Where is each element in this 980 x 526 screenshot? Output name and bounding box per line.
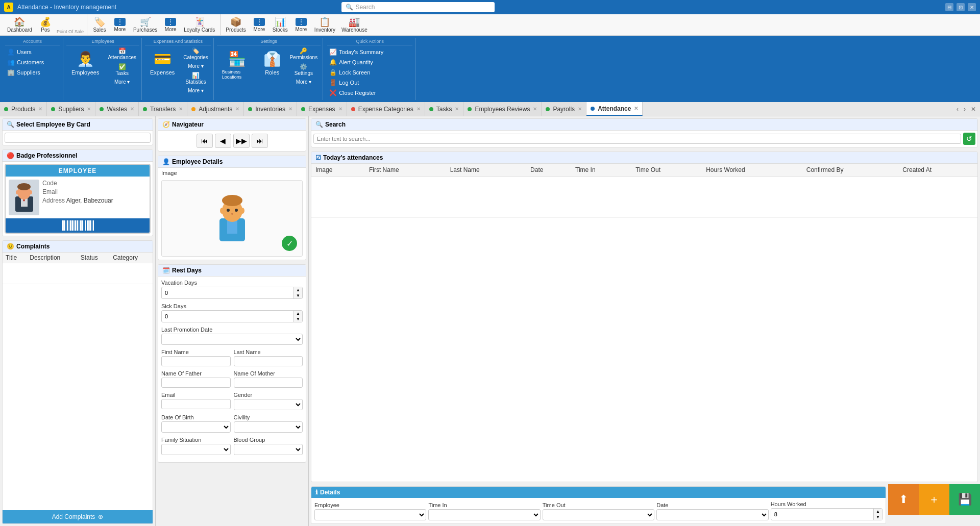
close-tab-payrolls[interactable]: ✕ [578, 106, 582, 112]
toolbar-more-2[interactable]: ⋮ More [160, 17, 181, 33]
first-name-input[interactable] [161, 356, 231, 366]
tabs-close-all[interactable]: ✕ [969, 105, 978, 114]
nav-users[interactable]: 👤 Users [5, 47, 60, 57]
nav-attendances[interactable]: 📅 Attendances [105, 46, 139, 61]
nav-business-locations[interactable]: 🏪 Business Locations [217, 46, 258, 84]
hours-worked-input[interactable] [771, 510, 873, 519]
toolbar-dashboard[interactable]: 🏠 Dashboard [4, 16, 35, 34]
nav-todays-summary[interactable]: 📈 Today's Summary [327, 47, 412, 57]
mother-name-input[interactable] [234, 378, 303, 388]
sick-days-up[interactable]: ▲ [294, 311, 302, 316]
sick-days-input[interactable] [162, 312, 293, 321]
nav-expenses-big[interactable]: 💳 Expenses [145, 46, 180, 80]
nav-employees-more[interactable]: More ▾ [105, 78, 139, 86]
vacation-days-input[interactable] [162, 288, 293, 297]
blood-group-select[interactable] [234, 444, 303, 455]
sick-days-down[interactable]: ▼ [294, 316, 302, 322]
toolbar-more-1[interactable]: ⋮ More [110, 17, 130, 33]
toolbar-inventory[interactable]: 📋 Inventory [311, 16, 338, 34]
last-name-input[interactable] [234, 356, 303, 366]
tab-attendance[interactable]: Attendance ✕ [586, 102, 643, 116]
nav-employees-big[interactable]: 👨‍💼 Employees [66, 46, 104, 80]
family-situation-select[interactable] [161, 444, 231, 455]
nav-roles[interactable]: 👔 Roles [258, 46, 286, 80]
tab-tasks[interactable]: Tasks ✕ [425, 102, 464, 116]
add-complaints-button[interactable]: Add Complaints ⊕ [3, 510, 153, 523]
nav-customers[interactable]: 👥 Customers [5, 58, 60, 67]
employee-card-search[interactable] [5, 133, 151, 143]
tab-payrolls[interactable]: Payrolls ✕ [542, 102, 586, 116]
nav-statistics[interactable]: 📊 Statistics [180, 71, 211, 86]
nav-next-btn[interactable]: ▶▶ [233, 134, 250, 148]
tab-transfers[interactable]: Transfers ✕ [139, 102, 187, 116]
tab-expenses[interactable]: Expenses ✕ [297, 102, 347, 116]
nav-categories[interactable]: 🏷️ Categories [180, 46, 211, 61]
details-employee-select[interactable] [314, 509, 426, 520]
close-tab-expenses[interactable]: ✕ [338, 106, 342, 112]
close-tab-inventories[interactable]: ✕ [288, 106, 292, 112]
nav-last-btn[interactable]: ⏭ [252, 134, 268, 148]
hours-down[interactable]: ▼ [874, 514, 882, 520]
toolbar-purchases[interactable]: 🛒 Purchases [130, 16, 160, 34]
nav-settings[interactable]: ⚙️ Settings [287, 62, 321, 77]
minimize-btn[interactable]: ⊟ [945, 3, 953, 11]
civility-select[interactable] [234, 421, 303, 433]
nav-settings-more[interactable]: More ▾ [287, 78, 321, 86]
close-btn[interactable]: ✕ [968, 3, 976, 11]
close-tab-employees-reviews[interactable]: ✕ [533, 106, 537, 112]
close-tab-tasks[interactable]: ✕ [455, 106, 459, 112]
close-tab-expense-categories[interactable]: ✕ [416, 106, 421, 112]
last-promotion-select[interactable] [161, 334, 303, 345]
nav-expenses-more[interactable]: More ▾ [180, 62, 211, 70]
action-btn-add[interactable]: ＋ [919, 484, 949, 515]
action-btn-upload[interactable]: ⬆ [888, 484, 919, 515]
vacation-days-down[interactable]: ▼ [294, 293, 302, 298]
nav-close-register[interactable]: ❌ Close Register [327, 88, 412, 97]
details-time-out-select[interactable] [543, 509, 654, 520]
toolbar-more-4[interactable]: ⋮ More [291, 17, 311, 33]
toolbar-more-3[interactable]: ⋮ More [249, 17, 270, 33]
tab-expense-categories[interactable]: Expense Categories ✕ [347, 102, 425, 116]
toolbar-sales[interactable]: 🏷️ Sales [89, 16, 110, 34]
tabs-prev[interactable]: ‹ [954, 105, 961, 114]
nav-alert-quantity[interactable]: 🔔 Alert Quantity [327, 58, 412, 67]
toolbar-pos[interactable]: 💰 Pos [35, 16, 56, 34]
details-time-in-select[interactable] [428, 509, 540, 520]
refresh-button[interactable]: ↺ [963, 133, 975, 145]
nav-prev-btn[interactable]: ◀ [215, 134, 231, 148]
close-tab-wastes[interactable]: ✕ [130, 106, 134, 112]
maximize-btn[interactable]: ⊡ [957, 3, 965, 11]
nav-permissions[interactable]: 🔑 Permissions [287, 46, 321, 61]
close-tab-adjustments[interactable]: ✕ [235, 106, 239, 112]
toolbar-warehouse[interactable]: 🏭 Warehouse [338, 16, 371, 34]
tab-products[interactable]: Products ✕ [0, 102, 47, 116]
nav-suppliers[interactable]: 🏢 Suppliers [5, 68, 60, 77]
toolbar-loyalty[interactable]: 🃏 Loyalty Cards [181, 16, 218, 34]
nav-first-btn[interactable]: ⏮ [197, 134, 213, 148]
tab-wastes[interactable]: Wastes ✕ [95, 102, 139, 116]
tab-inventories[interactable]: Inventories ✕ [244, 102, 297, 116]
dob-select[interactable] [161, 421, 231, 433]
tab-suppliers[interactable]: Suppliers ✕ [47, 102, 95, 116]
action-btn-save[interactable]: 💾 [949, 484, 980, 515]
details-date-select[interactable] [656, 509, 768, 520]
close-tab-products[interactable]: ✕ [38, 106, 42, 112]
nav-statistics-more[interactable]: More ▾ [180, 87, 211, 94]
nav-log-out[interactable]: 🚪 Log Out [327, 78, 412, 87]
vacation-days-up[interactable]: ▲ [294, 287, 302, 293]
tabs-next[interactable]: › [962, 105, 968, 114]
tab-adjustments[interactable]: Adjustments ✕ [187, 102, 244, 116]
toolbar-stocks[interactable]: 📊 Stocks [270, 16, 291, 34]
close-tab-suppliers[interactable]: ✕ [87, 106, 91, 112]
gender-select[interactable] [234, 399, 303, 410]
toolbar-products[interactable]: 📦 Products [223, 16, 249, 34]
email-input[interactable] [161, 399, 231, 409]
nav-tasks[interactable]: ✅ Tasks [105, 62, 139, 77]
attendance-search-input[interactable] [313, 134, 961, 144]
tab-employees-reviews[interactable]: Employees Reviews ✕ [463, 102, 542, 116]
close-tab-attendance[interactable]: ✕ [634, 106, 638, 111]
close-tab-transfers[interactable]: ✕ [179, 106, 183, 112]
hours-up[interactable]: ▲ [874, 509, 882, 514]
nav-lock-screen[interactable]: 🔒 Lock Screen [327, 68, 412, 77]
father-name-input[interactable] [161, 378, 231, 388]
